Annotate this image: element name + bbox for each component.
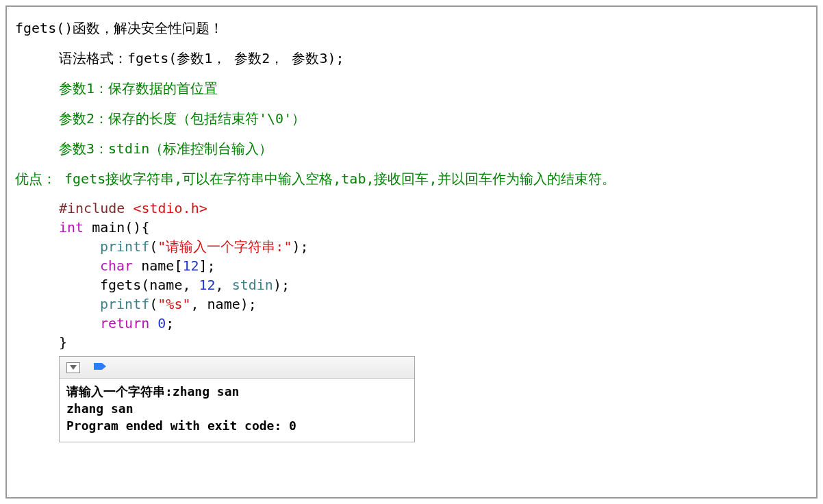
console-toolbar	[60, 357, 414, 379]
title-line: fgets()函数，解决安全性问题！	[15, 18, 808, 38]
code-fgets: fgets(name, 12, stdin);	[59, 275, 808, 294]
code-main: int main(){	[59, 218, 808, 237]
svg-marker-0	[70, 365, 77, 370]
console-line-2: zhang san	[66, 400, 407, 417]
param3-line: 参数3：stdin（标准控制台输入）	[15, 138, 808, 159]
code-return: return 0;	[59, 314, 808, 333]
dropdown-icon[interactable]	[66, 362, 80, 373]
continue-icon[interactable]	[94, 361, 107, 374]
code-printf2: printf("%s", name);	[59, 294, 808, 314]
document-frame: fgets()函数，解决安全性问题！ 语法格式：fgets(参数1， 参数2， …	[5, 5, 818, 499]
console-line-1: 请输入一个字符串:zhang san	[66, 383, 407, 400]
console-output: 请输入一个字符串:zhang san zhang san Program end…	[60, 379, 414, 442]
code-printf1: printf("请输入一个字符串:");	[59, 237, 808, 256]
advantage-line: 优点： fgets接收字符串,可以在字符串中输入空格,tab,接收回车,并以回车…	[15, 168, 808, 189]
console-line-3: Program ended with exit code: 0	[66, 417, 407, 434]
param1-line: 参数1：保存数据的首位置	[15, 78, 808, 99]
param2-line: 参数2：保存的长度（包括结束符'\0'）	[15, 108, 808, 129]
code-include: #include <stdio.h>	[59, 199, 808, 218]
console-panel: 请输入一个字符串:zhang san zhang san Program end…	[59, 356, 415, 442]
syntax-line: 语法格式：fgets(参数1， 参数2， 参数3);	[15, 48, 808, 68]
code-chardecl: char name[12];	[59, 256, 808, 275]
code-block: #include <stdio.h> int main(){ printf("请…	[15, 199, 808, 352]
code-closebrace: }	[59, 333, 808, 352]
